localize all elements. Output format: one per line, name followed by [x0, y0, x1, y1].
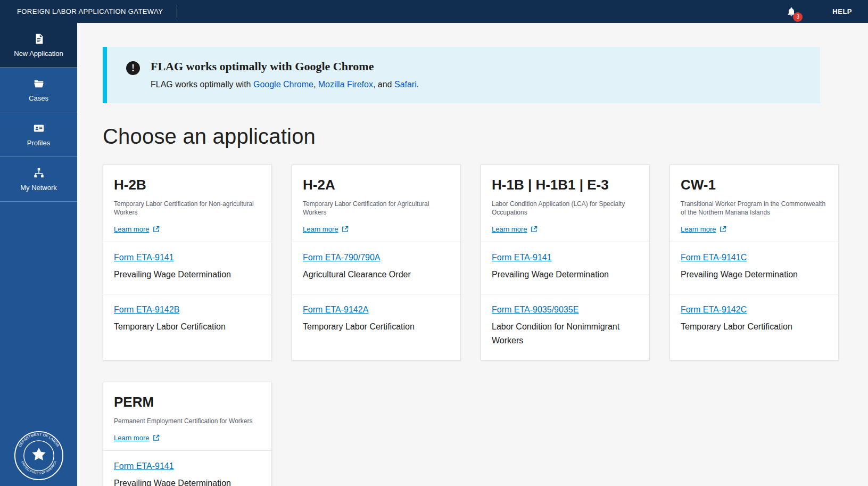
folder-icon: [33, 78, 45, 89]
card-head: H-2A Temporary Labor Certification for A…: [292, 165, 460, 242]
form-description: Temporary Labor Certification: [303, 320, 450, 334]
form-row: Form ETA-9035/9035E Labor Condition for …: [481, 294, 649, 360]
card-head: H-1B | H-1B1 | E-3 Labor Condition Appli…: [481, 165, 649, 242]
info-exclamation-icon: !: [126, 61, 140, 75]
form-description: Agricultural Clearance Order: [303, 268, 450, 282]
application-card-h1b: H-1B | H-1B1 | E-3 Labor Condition Appli…: [481, 164, 650, 360]
external-link-icon: [342, 226, 349, 233]
learn-more-label: Learn more: [303, 225, 338, 233]
document-icon: [33, 33, 45, 45]
card-description: Temporary Labor Certification for Agricu…: [303, 200, 450, 217]
application-card-perm: PERM Permanent Employment Certification …: [103, 382, 272, 486]
external-link-icon: [153, 434, 160, 441]
banner-title: FLAG works optimally with Google Chrome: [151, 60, 419, 73]
notifications-button[interactable]: 3: [784, 5, 798, 19]
seal-top-text: DEPARTMENT OF LABOR: [18, 432, 60, 447]
form-link[interactable]: Form ETA-9142B: [114, 305, 179, 315]
body-row: New Application Cases Profiles: [0, 23, 868, 486]
id-card-icon: [33, 122, 45, 134]
form-row: Form ETA-9141C Prevailing Wage Determina…: [670, 242, 838, 293]
safari-link[interactable]: Safari: [394, 80, 417, 89]
form-link[interactable]: Form ETA-9141: [492, 253, 552, 262]
learn-more-label: Learn more: [114, 434, 149, 442]
form-row: Form ETA-9141 Prevailing Wage Determinat…: [103, 450, 271, 486]
form-description: Prevailing Wage Determination: [114, 476, 261, 486]
sidebar-item-my-network[interactable]: My Network: [0, 157, 77, 202]
form-link[interactable]: Form ETA-790/790A: [303, 253, 381, 262]
sidebar: New Application Cases Profiles: [0, 23, 77, 486]
card-head: CW-1 Transitional Worker Program in the …: [670, 165, 838, 242]
card-title: PERM: [114, 394, 261, 410]
learn-more-link[interactable]: Learn more: [681, 225, 726, 233]
card-title: CW-1: [681, 177, 828, 193]
sidebar-item-label: New Application: [14, 50, 63, 57]
form-description: Prevailing Wage Determination: [114, 268, 261, 282]
external-link-icon: [531, 226, 538, 233]
dol-seal: DEPARTMENT OF LABOR UNITED STATES OF AME…: [14, 431, 64, 483]
svg-text:DEPARTMENT OF LABOR: DEPARTMENT OF LABOR: [18, 432, 60, 447]
banner-body-suffix: .: [417, 80, 419, 89]
form-link[interactable]: Form ETA-9141: [114, 462, 174, 471]
external-link-icon: [153, 226, 160, 233]
card-title: H-2A: [303, 177, 450, 193]
form-row: Form ETA-9141 Prevailing Wage Determinat…: [481, 242, 649, 293]
sidebar-item-label: Profiles: [27, 139, 50, 147]
card-description: Permanent Employment Certification for W…: [114, 417, 261, 425]
banner-text: FLAG works optimally with Google Chrome …: [151, 60, 419, 89]
learn-more-link[interactable]: Learn more: [492, 225, 538, 233]
sidebar-item-label: Cases: [29, 94, 48, 102]
form-link[interactable]: Form ETA-9141C: [681, 253, 747, 262]
sidebar-item-cases[interactable]: Cases: [0, 68, 77, 112]
sidebar-item-label: My Network: [20, 184, 57, 192]
app-window: FOREIGN LABOR APPLICATION GATEWAY 3 HELP: [0, 0, 868, 486]
network-icon: [33, 167, 45, 179]
app-title[interactable]: FOREIGN LABOR APPLICATION GATEWAY: [17, 7, 163, 15]
card-head: H-2B Temporary Labor Certification for N…: [103, 165, 271, 242]
sidebar-item-new-application[interactable]: New Application: [0, 23, 77, 68]
page-title: Choose an application: [103, 125, 868, 149]
application-card-cw1: CW-1 Transitional Worker Program in the …: [669, 164, 839, 360]
card-description: Labor Condition Application (LCA) for Sp…: [492, 200, 639, 217]
application-card-h2b: H-2B Temporary Labor Certification for N…: [103, 164, 272, 360]
learn-more-label: Learn more: [681, 225, 716, 233]
form-link[interactable]: Form ETA-9142A: [303, 305, 368, 315]
learn-more-link[interactable]: Learn more: [303, 225, 349, 233]
learn-more-label: Learn more: [492, 225, 527, 233]
form-description: Temporary Labor Certification: [681, 320, 828, 334]
form-row: Form ETA-9142A Temporary Labor Certifica…: [292, 294, 460, 345]
form-row: Form ETA-9142B Temporary Labor Certifica…: [103, 294, 271, 345]
form-link[interactable]: Form ETA-9142C: [681, 305, 747, 315]
form-row: Form ETA-790/790A Agricultural Clearance…: [292, 242, 460, 293]
notification-badge: 3: [793, 12, 803, 22]
banner-body-prefix: FLAG works optimally with: [151, 80, 253, 89]
form-description: Prevailing Wage Determination: [492, 268, 639, 282]
banner-body: FLAG works optimally with Google Chrome,…: [151, 80, 419, 89]
learn-more-link[interactable]: Learn more: [114, 434, 160, 442]
card-title: H-1B | H-1B1 | E-3: [492, 177, 639, 193]
cards-grid: H-2B Temporary Labor Certification for N…: [103, 164, 839, 486]
form-description: Labor Condition for Nonimmigrant Workers: [492, 320, 639, 348]
mozilla-firefox-link[interactable]: Mozilla Firefox: [318, 80, 373, 89]
google-chrome-link[interactable]: Google Chrome: [253, 80, 313, 89]
form-row: Form ETA-9142C Temporary Labor Certifica…: [670, 294, 838, 345]
card-description: Temporary Labor Certification for Non-ag…: [114, 200, 261, 217]
form-link[interactable]: Form ETA-9035/9035E: [492, 305, 578, 315]
topbar: FOREIGN LABOR APPLICATION GATEWAY 3 HELP: [0, 0, 868, 23]
seal-bottom-text: UNITED STATES OF AMERICA: [21, 460, 57, 475]
topbar-divider: [177, 5, 177, 18]
sidebar-item-profiles[interactable]: Profiles: [0, 112, 77, 157]
form-description: Prevailing Wage Determination: [681, 268, 828, 282]
form-description: Temporary Labor Certification: [114, 320, 261, 334]
learn-more-label: Learn more: [114, 225, 149, 233]
banner-separator: ,: [313, 80, 318, 89]
form-link[interactable]: Form ETA-9141: [114, 253, 174, 262]
form-row: Form ETA-9141 Prevailing Wage Determinat…: [103, 242, 271, 293]
svg-text:UNITED STATES OF AMERICA: UNITED STATES OF AMERICA: [21, 460, 57, 475]
application-card-h2a: H-2A Temporary Labor Certification for A…: [292, 164, 461, 360]
learn-more-link[interactable]: Learn more: [114, 225, 160, 233]
banner-separator: , and: [373, 80, 394, 89]
seal-emblem: [32, 448, 45, 460]
card-title: H-2B: [114, 177, 261, 193]
help-link[interactable]: HELP: [832, 7, 852, 15]
card-description: Transitional Worker Program in the Commo…: [681, 200, 828, 217]
